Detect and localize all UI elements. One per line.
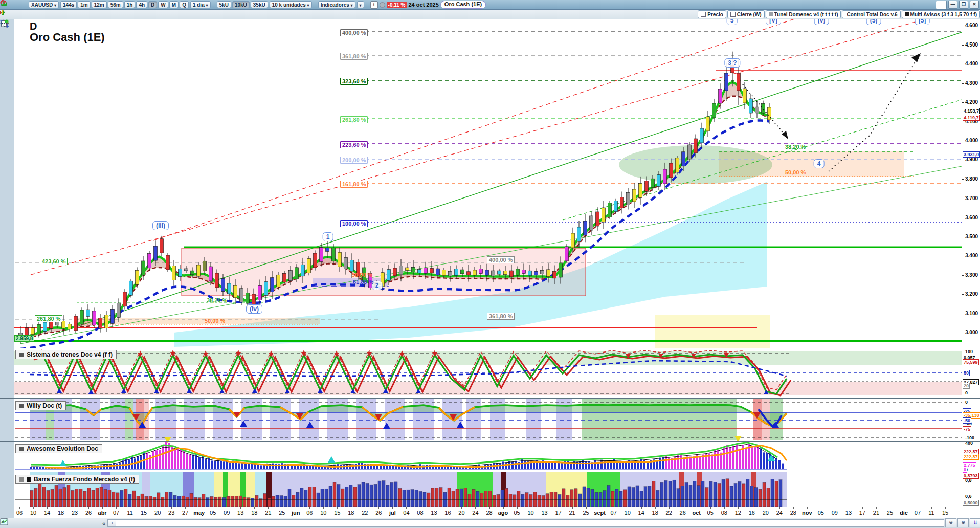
wave-count-label[interactable]: [5] (915, 19, 930, 25)
fib-level-label[interactable]: 161,80 % (340, 181, 368, 188)
fib-level-label[interactable]: 400,00 % (340, 29, 368, 36)
hline-green-tool[interactable] (1, 297, 13, 307)
circle-green-tool[interactable] (1, 235, 13, 246)
horizontal-scrollbar[interactable]: ‹ (107, 519, 944, 527)
legend-chip[interactable]: Multi Avisos (3 f 3 1,5 70 f f) (902, 10, 980, 18)
text-bubble-tool[interactable]: T (1, 143, 13, 153)
collapse-toolbar-icon[interactable] (110, 9, 123, 19)
wave-count-label[interactable]: 4 (814, 159, 825, 168)
checkbox-icon[interactable] (730, 12, 736, 17)
more-dropdown[interactable]: ▾ (357, 1, 364, 8)
hline-red-tool[interactable] (1, 317, 13, 327)
unit-button-35kU[interactable]: 35kU (251, 1, 268, 8)
timeframe-button-1m[interactable]: 1m (78, 1, 90, 8)
bell-tool[interactable] (1, 72, 13, 82)
timeframe-button-M[interactable]: M (169, 1, 179, 8)
fib-level-label[interactable]: 361,80 % (340, 53, 368, 60)
fib-level-label[interactable]: 261,80 % (340, 116, 368, 123)
alert-cursor-tool[interactable] (1, 61, 13, 72)
legend-chip[interactable]: Tunel Domenec v4 (t t t t t) (766, 10, 841, 18)
more-dots-tool[interactable] (1, 478, 13, 488)
wave-count-label[interactable]: (iii) (152, 221, 169, 230)
timeframe-button-144s[interactable]: 144s (60, 1, 77, 8)
fline-2-tool[interactable]: F (1, 92, 13, 102)
wave-count-label[interactable]: 1 (323, 232, 333, 241)
panel-title[interactable]: Willy Doc (t) (15, 401, 66, 410)
arrow-ne-tool[interactable] (1, 123, 13, 133)
wave-count-label[interactable]: (v) (814, 19, 829, 25)
arrow-up-green-icon[interactable] (575, 9, 587, 19)
timeframe-button-12m[interactable]: 12m (92, 1, 107, 8)
wave-count-label[interactable]: [V] (766, 19, 781, 25)
line-red-tool[interactable] (1, 266, 13, 276)
date-axis[interactable]: 061014182326abr071115202327may0509131821… (14, 507, 962, 518)
timeframe-button-Q[interactable]: Q (180, 1, 189, 8)
draw-badge-1-tool[interactable]: 1 (1, 466, 13, 476)
chart-window-icon[interactable] (74, 518, 86, 528)
unit-button-10kU[interactable]: 10kU (232, 1, 250, 8)
hline-black-tool[interactable] (1, 276, 13, 287)
check-tool[interactable] (1, 399, 13, 409)
wave-count-label[interactable]: (5) (866, 19, 881, 25)
zoom-in-icon[interactable]: ⊕ (957, 518, 969, 527)
pane-arrows-icon[interactable]: ⇊ (970, 518, 980, 527)
ellipse-brown-tool[interactable] (1, 215, 13, 225)
restore-button[interactable]: ❐ (959, 1, 968, 9)
collapse-left-icon[interactable]: « (88, 518, 100, 528)
instrument-pill[interactable]: Oro Cash (1E) (440, 1, 486, 9)
fib-level-label[interactable]: 323,60 % (340, 78, 368, 85)
segment-tool[interactable] (1, 153, 13, 164)
collapse-scroll-icon[interactable]: « (102, 520, 105, 526)
wave-count-label[interactable]: (iv) (246, 304, 262, 314)
share-icon[interactable] (16, 518, 29, 528)
zoom-area-tool[interactable] (1, 51, 13, 61)
angle-tool[interactable]: α (1, 358, 13, 368)
hline-pink-tool[interactable] (1, 287, 13, 297)
rect-blue-tool[interactable]: ++ (1, 102, 13, 113)
unit-button-5kU[interactable]: 5kU (217, 1, 231, 8)
legend-chip[interactable]: Cierre (W) (727, 10, 765, 18)
scroll-left-button[interactable]: ‹ (108, 519, 116, 527)
period-dropdown[interactable]: 1 día ▾ (190, 1, 211, 8)
news-page-icon[interactable] (45, 518, 57, 528)
line-green-tool[interactable] (1, 256, 13, 266)
panel-title[interactable]: Sistema de trenes Doc v4 (f f) (15, 350, 117, 359)
ellipse-red-tool[interactable] (1, 205, 13, 215)
ellipse-green-tool[interactable] (1, 225, 13, 235)
timeframe-button-1h[interactable]: 1h (124, 1, 136, 8)
zoom-tool[interactable] (1, 41, 13, 51)
indicator-panels[interactable] (14, 348, 962, 518)
legend-chip[interactable]: Precio (698, 10, 726, 18)
symbol-dropdown[interactable]: XAUUSD ▾ (29, 1, 59, 8)
price-axis[interactable]: 4.6004.5004.4004.3004.2004.1004.0003.900… (962, 19, 980, 518)
hline-darkblue-tool[interactable] (1, 338, 13, 348)
timeframe-button-D[interactable]: D (148, 1, 157, 8)
fib-level-label[interactable]: 100,00 % (340, 220, 368, 227)
text-tool[interactable]: T (1, 133, 13, 143)
panel-title[interactable]: Awesome Evolution Doc (15, 444, 102, 453)
units-dropdown[interactable]: 10 k unidades ▾ (270, 1, 312, 8)
chart-canvas[interactable]: D Oro Cash (1E) IT-Finance.com - Tiempo … (14, 19, 962, 348)
close-button[interactable]: ✕ (970, 1, 979, 9)
pattern-tool[interactable] (1, 194, 13, 205)
wave-count-label[interactable]: 3 ? (724, 58, 740, 68)
ruler-tool[interactable] (1, 184, 13, 194)
panel-title[interactable]: Barra Fuerza Fondo Mercado v4 (f) (15, 475, 139, 484)
timeframe-button-W[interactable]: W (158, 1, 168, 8)
levels-icon[interactable] (59, 518, 72, 528)
zoom-out-icon[interactable]: ⊖ (945, 518, 956, 527)
minimize-button[interactable]: — (948, 1, 957, 9)
rect-red-tool[interactable]: ++ (1, 113, 13, 123)
fib-level-label[interactable]: 223,60 % (340, 141, 368, 148)
circle-plus-tool[interactable]: + (1, 368, 13, 379)
cursor-tool[interactable] (1, 31, 13, 41)
timeframe-button-56m[interactable]: 56m (108, 1, 123, 8)
info-icon[interactable]: i (370, 1, 378, 9)
hline-darkgreen-tool[interactable] (1, 307, 13, 317)
fib-retracement-tool[interactable]: 32 (1, 379, 13, 389)
hline-lightblue-tool[interactable] (1, 327, 13, 338)
refresh-icon[interactable] (936, 1, 947, 9)
arrow-down-red-icon[interactable] (343, 9, 355, 19)
chat-icon[interactable] (31, 518, 43, 528)
hline-handle-red-tool[interactable] (1, 174, 13, 184)
